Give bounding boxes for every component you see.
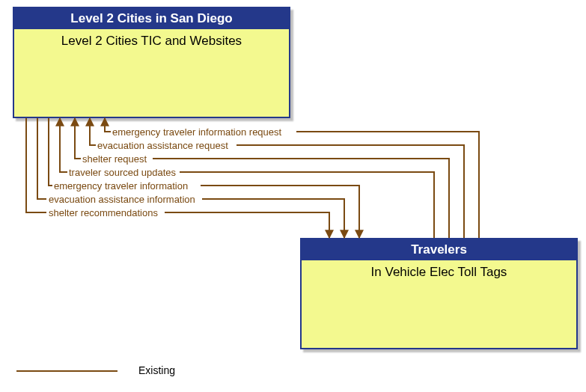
entity-top: Level 2 Cities in San Diego Level 2 Citi… [13, 7, 290, 118]
legend-line-existing [16, 370, 117, 372]
entity-bottom-header: Travelers [302, 239, 576, 260]
entity-bottom-body: In Vehicle Elec Toll Tags [302, 260, 576, 280]
flow-label-5: emergency traveler information [54, 181, 188, 191]
flow-label-6: evacuation assistance information [49, 195, 195, 204]
flow-label-7: shelter recommendations [49, 208, 158, 218]
flow-label-3: shelter request [82, 154, 147, 164]
legend-text-existing: Existing [138, 364, 175, 376]
flow-label-1: emergency traveler information request [112, 127, 281, 137]
flow-label-4: traveler sourced updates [69, 168, 176, 177]
entity-bottom: Travelers In Vehicle Elec Toll Tags [300, 238, 578, 349]
flow-label-2: evacuation assistance request [97, 141, 228, 150]
entity-top-header: Level 2 Cities in San Diego [14, 8, 289, 29]
entity-top-body: Level 2 Cities TIC and Websites [14, 29, 289, 49]
